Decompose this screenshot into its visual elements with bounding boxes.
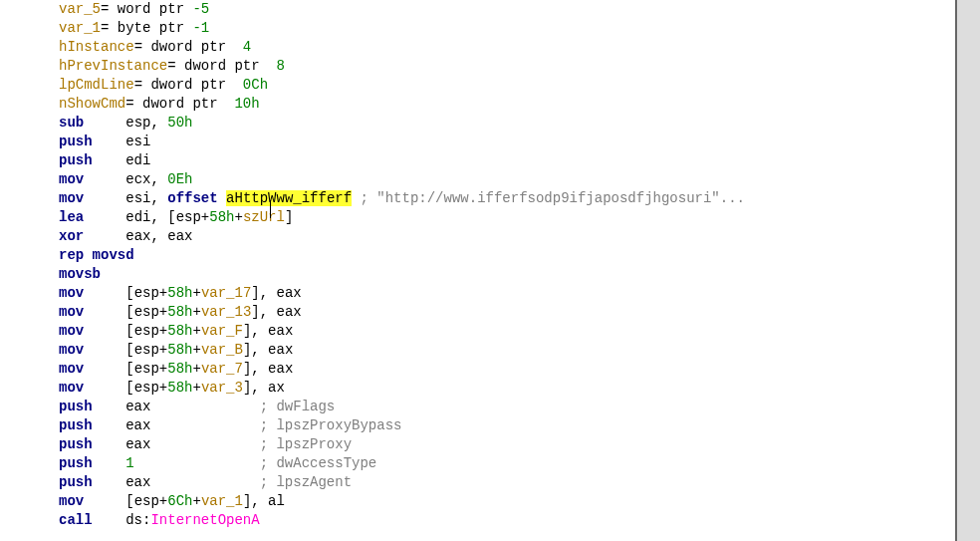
scrollbar-vertical[interactable]	[956, 0, 980, 541]
mnemonic: mov	[59, 285, 84, 301]
mnemonic: lea	[59, 209, 84, 225]
espop: [esp+	[125, 493, 167, 509]
decl-hPrevInstance: hPrevInstance= dword ptr 8	[59, 57, 955, 76]
mnemonic: push	[59, 436, 93, 452]
var-name: hPrevInstance	[59, 58, 167, 74]
comment: ; lpszProxy	[260, 436, 352, 452]
plus: +	[192, 323, 200, 339]
insn-mov-varF: mov [esp+58h+var_F], eax	[59, 322, 955, 341]
insn-mov-esi: mov esi, offset aHttpWww_ifferf ; "http:…	[59, 189, 955, 208]
comment: ; dwAccessType	[260, 455, 377, 471]
hl-left: aHtt	[226, 190, 260, 206]
imm: 58h	[167, 285, 192, 301]
operand: eax	[125, 474, 150, 490]
insn-sub: sub esp, 50h	[59, 114, 955, 133]
insn-push-proxy: push eax ; lpszProxy	[59, 435, 955, 454]
var-ref: szUrl	[243, 209, 285, 225]
close: ]	[285, 209, 293, 225]
operand: esi,	[125, 190, 167, 206]
plus: +	[192, 304, 200, 320]
imm: 1	[125, 455, 133, 471]
insn-push-esi: push esi	[59, 133, 955, 151]
insn-mov-var3: mov [esp+58h+var_3], ax	[59, 379, 955, 398]
insn-call: call ds:InternetOpenA	[59, 511, 955, 530]
decl-var_5: var_5= word ptr -5	[59, 0, 955, 19]
text: = word ptr	[101, 1, 192, 17]
espop: [esp+	[125, 323, 167, 339]
mnemonic: mov	[59, 171, 84, 187]
operand: edi, [esp+	[125, 209, 209, 225]
mnemonic: push	[59, 474, 93, 490]
mnemonic: mov	[59, 304, 84, 320]
operand: esi	[125, 134, 150, 149]
mnemonic: push	[59, 455, 93, 471]
insn-mov-var13: mov [esp+58h+var_13], eax	[59, 303, 955, 322]
mnemonic: mov	[59, 323, 84, 339]
api-name: InternetOpenA	[150, 512, 259, 528]
var-ref: var_17	[201, 285, 251, 301]
global-name-highlighted: aHttpWww_ifferf	[226, 190, 352, 206]
var-ref: var_1	[201, 493, 243, 509]
plus: +	[192, 342, 200, 358]
plus: +	[192, 361, 200, 377]
text: = dword ptr	[134, 39, 243, 55]
comment: ; dwFlags	[260, 399, 336, 414]
mnemonic: movsb	[59, 266, 101, 282]
ds: ds:	[125, 512, 150, 528]
kw-offset: offset	[167, 190, 217, 206]
var-ref: var_B	[201, 342, 243, 358]
insn-rep-movsd: rep movsd	[59, 246, 955, 265]
imm: 58h	[209, 209, 234, 225]
comment: ; "http://www.ifferfsodp9ifjaposdfjhgosu…	[352, 190, 745, 206]
tail: ], eax	[243, 342, 293, 358]
imm: 58h	[167, 323, 192, 339]
imm: 58h	[167, 361, 192, 377]
mnemonic: mov	[59, 342, 84, 358]
decl-lpCmdLine: lpCmdLine= dword ptr 0Ch	[59, 76, 955, 95]
imm: 58h	[167, 304, 192, 320]
offset: 0Ch	[243, 77, 268, 93]
operand: edi	[125, 152, 150, 168]
operand: ecx,	[125, 171, 167, 187]
insn-mov-6Ch: mov [esp+6Ch+var_1], al	[59, 492, 955, 511]
mnemonic: call	[59, 512, 93, 528]
espop: [esp+	[125, 304, 167, 320]
plus: +	[192, 380, 200, 396]
decl-nShowCmd: nShowCmd= dword ptr 10h	[59, 95, 955, 114]
offset: 4	[243, 39, 251, 55]
var-ref: var_3	[201, 380, 243, 396]
operand: eax	[125, 436, 150, 452]
mnemonic: push	[59, 152, 93, 168]
plus: +	[192, 493, 200, 509]
text: = dword ptr	[134, 77, 243, 93]
espop: [esp+	[125, 361, 167, 377]
imm: 58h	[167, 380, 192, 396]
insn-mov-ecx: mov ecx, 0Eh	[59, 170, 955, 189]
text: = dword ptr	[125, 96, 234, 112]
var-name: var_1	[59, 20, 101, 36]
var-name: lpCmdLine	[59, 77, 134, 93]
insn-push-agent: push eax ; lpszAgent	[59, 473, 955, 492]
insn-push-proxybypass: push eax ; lpszProxyBypass	[59, 416, 955, 435]
insn-mov-var7: mov [esp+58h+var_7], eax	[59, 360, 955, 379]
insn-mov-var17: mov [esp+58h+var_17], eax	[59, 284, 955, 303]
decl-hInstance: hInstance= dword ptr 4	[59, 38, 955, 57]
text-caret	[270, 200, 271, 218]
var-name: nShowCmd	[59, 96, 125, 112]
insn-xor: xor eax, eax	[59, 227, 955, 246]
text: = dword ptr	[167, 58, 276, 74]
mnemonic: mov	[59, 493, 84, 509]
mnemonic: push	[59, 399, 93, 414]
plus: +	[192, 285, 200, 301]
var-ref: var_7	[201, 361, 243, 377]
mnemonic: rep movsd	[59, 247, 134, 263]
tail: ], ax	[243, 380, 285, 396]
operand: esp,	[125, 115, 167, 131]
mnemonic: mov	[59, 361, 84, 377]
offset: 10h	[234, 96, 259, 112]
text: = byte ptr	[101, 20, 192, 36]
espop: [esp+	[125, 342, 167, 358]
insn-mov-varB: mov [esp+58h+var_B], eax	[59, 341, 955, 360]
insn-push-access: push 1 ; dwAccessType	[59, 454, 955, 473]
disassembly-pane[interactable]: var_5= word ptr -5 var_1= byte ptr -1 hI…	[0, 0, 956, 541]
